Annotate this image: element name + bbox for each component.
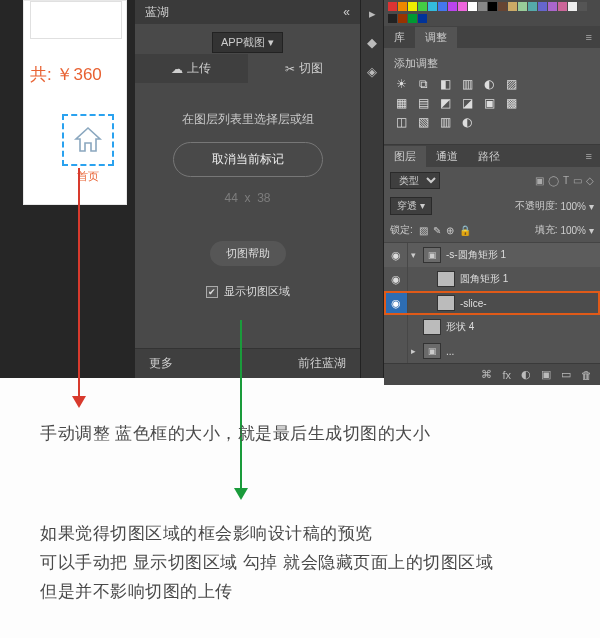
swatch[interactable] bbox=[528, 2, 537, 11]
tab-layers[interactable]: 图层 bbox=[384, 146, 426, 167]
layer-action-icon[interactable]: ◐ bbox=[521, 368, 531, 381]
goto-lanhu-button[interactable]: 前往蓝湖 bbox=[298, 355, 346, 372]
panel-menu-icon[interactable]: ≡ bbox=[578, 31, 600, 43]
swatch[interactable] bbox=[418, 2, 427, 11]
swatch[interactable] bbox=[418, 14, 427, 23]
layer-filter-icon[interactable]: ◇ bbox=[586, 175, 594, 186]
swatch[interactable] bbox=[568, 2, 577, 11]
slice-hint-text: 在图层列表里选择层或组 bbox=[135, 111, 360, 128]
show-slice-area-checkbox[interactable]: ✔ bbox=[206, 286, 218, 298]
swatch[interactable] bbox=[508, 2, 517, 11]
layer-action-icon[interactable]: ▣ bbox=[541, 368, 551, 381]
layer-filter-icon[interactable]: ▭ bbox=[573, 175, 582, 186]
visibility-eye-icon[interactable] bbox=[384, 339, 408, 363]
scissors-icon: ✂ bbox=[285, 62, 295, 76]
expand-caret-icon[interactable]: ▾ bbox=[408, 250, 418, 260]
swatch[interactable] bbox=[468, 2, 477, 11]
layer-action-icon[interactable]: ▭ bbox=[561, 368, 571, 381]
swatch[interactable] bbox=[518, 2, 527, 11]
layer-name: 形状 4 bbox=[446, 320, 474, 334]
lock-option-icon[interactable]: ⊕ bbox=[446, 225, 454, 236]
swatch[interactable] bbox=[578, 2, 587, 11]
layer-row[interactable]: ◉圆角矩形 1 bbox=[384, 267, 600, 291]
layer-row[interactable]: 形状 4 bbox=[384, 315, 600, 339]
panel-icon-strip: ▸ ◆ ◈ bbox=[360, 0, 384, 378]
strip-icon[interactable]: ▸ bbox=[369, 6, 376, 21]
adjustment-icon[interactable]: ▤ bbox=[416, 96, 430, 110]
adjustment-icon[interactable]: ◫ bbox=[394, 115, 408, 129]
adjustment-icon[interactable]: ▧ bbox=[416, 115, 430, 129]
layer-action-icon[interactable]: fx bbox=[502, 369, 511, 381]
visibility-eye-icon[interactable]: ◉ bbox=[384, 243, 408, 267]
tab-upload[interactable]: ☁上传 bbox=[135, 54, 248, 83]
layer-row[interactable]: ◉▾▣-s-圆角矩形 1 bbox=[384, 243, 600, 267]
adjustment-icon[interactable]: ◐ bbox=[482, 77, 496, 91]
swatch[interactable] bbox=[388, 14, 397, 23]
slice-help-button[interactable]: 切图帮助 bbox=[210, 241, 286, 266]
swatch[interactable] bbox=[538, 2, 547, 11]
slice-bounding-box[interactable] bbox=[62, 114, 114, 166]
swatch[interactable] bbox=[388, 2, 397, 11]
collapse-icon[interactable]: « bbox=[343, 5, 350, 19]
adjustment-icon[interactable]: ⧉ bbox=[416, 77, 430, 91]
swatch[interactable] bbox=[408, 2, 417, 11]
layer-filter-icon[interactable]: T bbox=[563, 175, 569, 186]
strip-icon[interactable]: ◈ bbox=[367, 64, 377, 79]
visibility-eye-icon[interactable]: ◉ bbox=[384, 267, 408, 291]
layer-filter-kind[interactable]: 类型 bbox=[390, 172, 440, 189]
lock-option-icon[interactable]: ▨ bbox=[419, 225, 428, 236]
adjustment-icon[interactable]: ▥ bbox=[460, 77, 474, 91]
tab-channels[interactable]: 通道 bbox=[426, 146, 468, 167]
swatch[interactable] bbox=[498, 2, 507, 11]
adjustment-icon[interactable]: ▦ bbox=[394, 96, 408, 110]
swatch[interactable] bbox=[458, 2, 467, 11]
swatch[interactable] bbox=[428, 2, 437, 11]
more-button[interactable]: 更多 bbox=[149, 355, 173, 372]
layer-row[interactable]: ◉-slice- bbox=[384, 291, 600, 315]
adjustment-icon[interactable]: ▥ bbox=[438, 115, 452, 129]
visibility-eye-icon[interactable] bbox=[384, 315, 408, 339]
adjustment-icon[interactable]: ▨ bbox=[504, 77, 518, 91]
cancel-mark-button[interactable]: 取消当前标记 bbox=[173, 142, 323, 177]
strip-icon[interactable]: ◆ bbox=[367, 35, 377, 50]
adjustment-icon[interactable]: ◧ bbox=[438, 77, 452, 91]
layer-row[interactable]: ▸▣... bbox=[384, 339, 600, 363]
tab-library[interactable]: 库 bbox=[384, 27, 415, 48]
swatch[interactable] bbox=[478, 2, 487, 11]
layers-footer-toolbar: ⌘fx◐▣▭🗑 bbox=[384, 363, 600, 385]
visibility-eye-icon[interactable]: ◉ bbox=[384, 291, 408, 315]
adjustment-icon[interactable]: ◩ bbox=[438, 96, 452, 110]
swatch[interactable] bbox=[558, 2, 567, 11]
tab-adjustments[interactable]: 调整 bbox=[415, 27, 457, 48]
swatch[interactable] bbox=[408, 14, 417, 23]
layer-filter-icon[interactable]: ▣ bbox=[535, 175, 544, 186]
artboard: 共: ￥360 首页 bbox=[23, 0, 127, 205]
layer-name: 圆角矩形 1 bbox=[460, 272, 508, 286]
panel-menu-icon[interactable]: ≡ bbox=[578, 150, 600, 162]
home-icon-caption: 首页 bbox=[62, 169, 114, 184]
swatch[interactable] bbox=[398, 14, 407, 23]
layer-action-icon[interactable]: 🗑 bbox=[581, 369, 592, 381]
swatch[interactable] bbox=[448, 2, 457, 11]
swatch[interactable] bbox=[548, 2, 557, 11]
adjustment-icon[interactable]: ◐ bbox=[460, 115, 474, 129]
blend-mode-dropdown[interactable]: 穿透 ▾ bbox=[390, 197, 432, 215]
adjustment-icon[interactable]: ☀ bbox=[394, 77, 408, 91]
layer-name: -s-圆角矩形 1 bbox=[446, 248, 506, 262]
tab-slice[interactable]: ✂切图 bbox=[248, 54, 361, 83]
swatch[interactable] bbox=[488, 2, 497, 11]
swatch[interactable] bbox=[398, 2, 407, 11]
lock-option-icon[interactable]: 🔒 bbox=[459, 225, 471, 236]
layer-filter-icon[interactable]: ◯ bbox=[548, 175, 559, 186]
tab-paths[interactable]: 路径 bbox=[468, 146, 510, 167]
expand-caret-icon[interactable]: ▸ bbox=[408, 346, 418, 356]
app-screenshot-dropdown[interactable]: APP截图 ▾ bbox=[212, 32, 283, 53]
lock-option-icon[interactable]: ✎ bbox=[433, 225, 441, 236]
opacity-value[interactable]: 100% bbox=[560, 201, 586, 212]
adjustment-icon[interactable]: ◪ bbox=[460, 96, 474, 110]
fill-value[interactable]: 100% bbox=[560, 225, 586, 236]
adjustment-icon[interactable]: ▩ bbox=[504, 96, 518, 110]
layer-action-icon[interactable]: ⌘ bbox=[481, 368, 492, 381]
swatch[interactable] bbox=[438, 2, 447, 11]
adjustment-icon[interactable]: ▣ bbox=[482, 96, 496, 110]
